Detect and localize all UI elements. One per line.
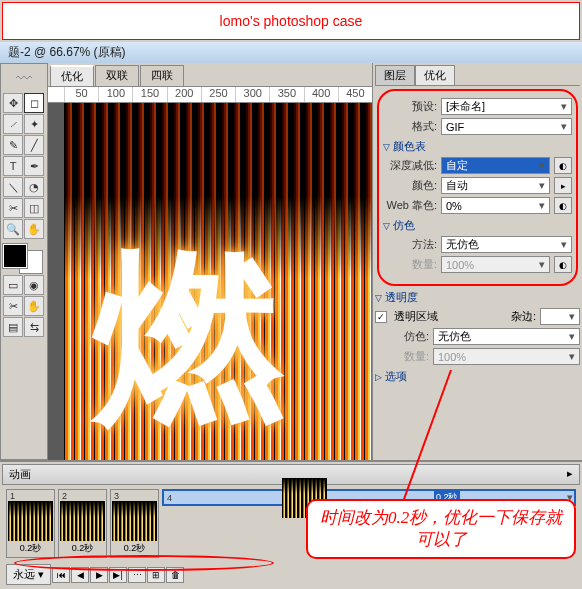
tab-optimize-panel[interactable]: 优化 [415,65,455,85]
zoom-tool[interactable]: 🔍 [3,219,23,239]
tab-2up[interactable]: 双联 [95,65,139,86]
format-label: 格式: [383,119,437,134]
fg-color[interactable] [3,244,27,268]
slice-tool[interactable]: ✂ [3,296,23,316]
matte-select[interactable] [540,308,580,325]
pen-tool[interactable]: ✒ [24,156,44,176]
annotation-callout: 时间改为0.2秒，优化一下保存就可以了 [306,499,576,559]
wand-tool[interactable]: ✦ [24,114,44,134]
tab-layers[interactable]: 图层 [375,65,415,85]
fire-character: 燃 [94,213,354,453]
amount-mask-icon: ◐ [554,256,572,273]
tab-optimize[interactable]: 优化 [50,65,94,86]
frame-1[interactable]: 10.2秒 [6,489,55,558]
options-section[interactable]: 选项 [375,369,580,384]
highlight-optimize: 预设:[未命名] 格式:GIF 颜色表 深度减低:自定◐ 颜色:自动▸ Web … [377,89,578,286]
web-mask-icon[interactable]: ◐ [554,197,572,214]
format-select[interactable]: GIF [441,118,572,135]
color-table-section[interactable]: 颜色表 [383,139,572,154]
matte-label: 杂边: [511,309,536,324]
method-label: 方法: [383,237,437,252]
tab-4up[interactable]: 四联 [140,65,184,86]
document-title: 题-2 @ 66.67% (原稿) [0,42,582,63]
document-area: 优化 双联 四联 50 100 150 200 250 300 350 400 … [48,63,372,460]
panel-menu-icon[interactable]: ▸ [567,467,573,482]
toolbox: 〰 ✥ ◻ ⟋ ✦ ✎ ╱ T ✒ ＼ ◔ ✂ ◫ 🔍 ✋ ▭ ◉ ✂ ✋ ▤ … [0,63,48,460]
type-tool[interactable]: T [3,156,23,176]
misc-tool[interactable]: ◉ [24,275,44,295]
loop-select[interactable]: 永远 ▾ [6,564,51,585]
transparency-section[interactable]: 透明度 [375,290,580,305]
tween-button[interactable]: ⋯ [128,567,146,583]
bucket-tool[interactable]: ◔ [24,177,44,197]
animation-title: 动画 [9,467,31,482]
frame-2[interactable]: 20.2秒 [58,489,107,558]
color-label: 颜色: [383,178,437,193]
marquee-tool[interactable]: ◻ [24,93,44,113]
method-select[interactable]: 无仿色 [441,236,572,253]
trans-amount-label: 数量: [375,349,429,364]
trans-amount-select: 100% [433,348,580,365]
watermark-banner: lomo's photoshop case [2,2,580,40]
line-tool[interactable]: ＼ [3,177,23,197]
ruler-h: 50 100 150 200 250 300 350 400 450 [48,87,372,103]
delete-frame-button[interactable]: 🗑 [166,567,184,583]
eraser-tool[interactable]: ◫ [24,198,44,218]
toggle-icon[interactable]: ⇆ [24,317,44,337]
amount-label: 数量: [383,257,437,272]
transparency-checkbox[interactable]: ✓ [375,311,387,323]
new-frame-button[interactable]: ⊞ [147,567,165,583]
websafe-select[interactable]: 0% [441,197,550,214]
view-tabs: 优化 双联 四联 [48,63,372,87]
notes-tool[interactable]: ▤ [3,317,23,337]
depth-select[interactable]: 自定 [441,157,550,174]
depth-label: 深度减低: [383,158,437,173]
shape-tool[interactable]: ▭ [3,275,23,295]
canvas[interactable]: 燃 [48,103,372,460]
color-select[interactable]: 自动 [441,177,550,194]
frame-3[interactable]: 30.2秒 [110,489,159,558]
transparency-area-label: 透明区域 [394,309,438,324]
fire-artwork: 燃 [64,103,372,460]
eyedropper-tool[interactable]: ✎ [3,135,23,155]
prev-frame-button[interactable]: ◀ [71,567,89,583]
hand-tool[interactable]: ✋ [24,219,44,239]
optimize-panel: 图层 优化 预设:[未命名] 格式:GIF 颜色表 深度减低:自定◐ 颜色:自动… [372,63,582,460]
first-frame-button[interactable]: ⏮ [52,567,70,583]
lasso-tool[interactable]: ⟋ [3,114,23,134]
dither-section[interactable]: 仿色 [383,218,572,233]
app-logo-icon: 〰 [3,66,45,92]
color-swatches[interactable] [3,244,43,274]
color-flyout-icon[interactable]: ▸ [554,177,572,194]
depth-mask-icon[interactable]: ◐ [554,157,572,174]
anim-controls: 永远 ▾ ⏮ ◀ ▶ ▶| ⋯ ⊞ 🗑 [2,562,580,587]
crop-tool[interactable]: ✂ [3,198,23,218]
preset-select[interactable]: [未命名] [441,98,572,115]
amount-select: 100% [441,256,550,273]
play-button[interactable]: ▶ [90,567,108,583]
brush-tool[interactable]: ╱ [24,135,44,155]
preset-label: 预设: [383,99,437,114]
move-tool[interactable]: ✥ [3,93,23,113]
trans-dither-label: 仿色: [375,329,429,344]
websafe-label: Web 靠色: [383,198,437,213]
hand2-tool[interactable]: ✋ [24,296,44,316]
next-frame-button[interactable]: ▶| [109,567,127,583]
trans-dither-select[interactable]: 无仿色 [433,328,580,345]
